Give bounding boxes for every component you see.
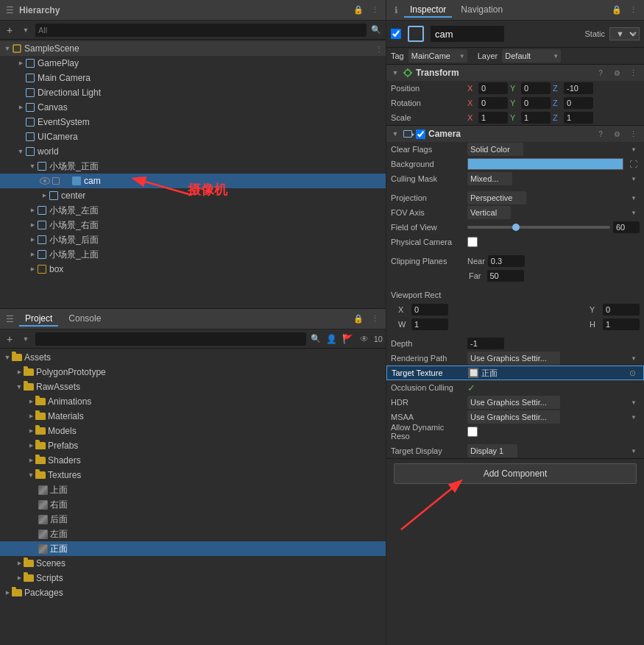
clear-flags-dropdown[interactable]: Solid Color: [467, 143, 523, 156]
arrow-down-icon[interactable]: ▼: [19, 332, 32, 346]
pos-x-input[interactable]: [478, 82, 508, 94]
pick-icon[interactable]: ⛶: [626, 157, 640, 171]
tree-item-xiaochang-top[interactable]: ▼ 小场景_上面: [0, 247, 386, 262]
tree-item-samplescene[interactable]: ▼ SampleScene ⋮: [0, 41, 386, 56]
more-icon[interactable]: ⋮: [626, 66, 640, 79]
more-icon[interactable]: ⋮: [626, 4, 640, 17]
static-dropdown[interactable]: ▼: [609, 27, 640, 40]
scene-menu-icon[interactable]: ⋮: [372, 42, 386, 55]
folder-animations[interactable]: ▼ Animations: [0, 394, 386, 409]
tree-item-world[interactable]: ▼ world: [0, 144, 386, 159]
vp-h-input[interactable]: [603, 318, 640, 330]
projection-dropdown[interactable]: Perspective: [467, 191, 526, 204]
physical-camera-checkbox[interactable]: [467, 237, 478, 247]
texture-left[interactable]: 左面: [0, 527, 386, 541]
background-color-swatch[interactable]: [467, 158, 623, 170]
camera-enabled-checkbox[interactable]: [416, 129, 425, 139]
active-checkbox[interactable]: [391, 29, 401, 39]
folder-prefabs[interactable]: ▼ Prefabs: [0, 438, 386, 453]
more-icon[interactable]: ⋮: [368, 4, 381, 17]
folder-rawassets[interactable]: ▼ RawAssets: [0, 379, 386, 394]
eye-icon[interactable]: 👁: [358, 332, 371, 346]
folder-polygonprototype[interactable]: ▼ PolygonPrototype: [0, 365, 386, 379]
far-input[interactable]: [487, 270, 524, 282]
search-icon[interactable]: 🔍: [369, 24, 383, 37]
more-icon[interactable]: ⋮: [626, 127, 640, 140]
folder-textures[interactable]: ▼ Textures: [0, 468, 386, 482]
search-icon[interactable]: 🔍: [309, 332, 322, 346]
hierarchy-search[interactable]: [35, 24, 367, 37]
folder-packages[interactable]: ▼ Packages: [0, 585, 386, 600]
texture-front[interactable]: 正面: [0, 541, 386, 556]
settings-icon[interactable]: ⚙: [610, 66, 623, 79]
tree-item-xiaochang-left[interactable]: ▼ 小场景_左面: [0, 203, 386, 218]
arrow-down-icon[interactable]: ▼: [19, 24, 32, 37]
folder-scripts[interactable]: ▼ Scripts: [0, 571, 386, 585]
settings-icon[interactable]: ⚙: [610, 127, 623, 140]
add-component-button[interactable]: Add Component: [394, 463, 637, 484]
tag-dropdown[interactable]: MainCame: [408, 49, 467, 63]
tree-item-xiaochang-front[interactable]: ▼ 小场景_正面: [0, 159, 386, 174]
tree-item-gameplay[interactable]: ▼ GamePlay: [0, 56, 386, 71]
pos-z-input[interactable]: [564, 82, 593, 94]
help-icon[interactable]: ?: [594, 66, 607, 79]
rot-y-input[interactable]: [521, 97, 551, 109]
flag-icon[interactable]: 🚩: [342, 332, 355, 346]
near-input[interactable]: [488, 255, 525, 267]
person-icon[interactable]: 👤: [325, 332, 339, 346]
vp-w-input[interactable]: [411, 318, 448, 330]
tree-item-canvas[interactable]: ▼ Canvas: [0, 100, 386, 115]
culling-mask-dropdown[interactable]: Mixed...: [467, 172, 512, 185]
fov-value-input[interactable]: [613, 221, 640, 233]
project-search[interactable]: [35, 332, 306, 346]
scale-x-input[interactable]: [478, 112, 508, 124]
tree-item-center[interactable]: ▼ center: [0, 188, 386, 203]
more-icon[interactable]: ⋮: [368, 313, 381, 326]
target-texture-pick[interactable]: ⊙: [626, 366, 639, 379]
tree-item-eventsystem[interactable]: EventSystem: [0, 115, 386, 129]
tab-navigation[interactable]: Navigation: [455, 3, 509, 18]
folder-models[interactable]: ▼ Models: [0, 424, 386, 438]
tree-item-box[interactable]: ▼ box: [0, 262, 386, 277]
vp-x-input[interactable]: [411, 304, 448, 316]
tree-item-xiaochang-back[interactable]: ▼ 小场景_后面: [0, 232, 386, 247]
tree-item-uicamera[interactable]: UICamera: [0, 129, 386, 144]
add-btn[interactable]: +: [3, 24, 16, 37]
tree-item-maincamera[interactable]: Main Camera: [0, 71, 386, 85]
lock-icon[interactable]: 🔒: [610, 4, 623, 17]
allow-dynamic-checkbox[interactable]: [467, 427, 478, 437]
rendering-path-dropdown[interactable]: Use Graphics Settir...: [467, 352, 560, 365]
tab-project[interactable]: Project: [19, 312, 58, 327]
folder-materials[interactable]: ▼ Materials: [0, 409, 386, 424]
texture-back[interactable]: 后面: [0, 512, 386, 527]
depth-input[interactable]: [467, 338, 504, 349]
vp-y-input[interactable]: [603, 304, 640, 316]
transform-header[interactable]: ▼ Transform ?: [386, 65, 644, 81]
target-display-dropdown[interactable]: Display 1: [467, 444, 517, 457]
rot-z-input[interactable]: [564, 97, 593, 109]
tree-item-directionallight[interactable]: Directional Light: [0, 85, 386, 100]
lock-icon[interactable]: 🔒: [352, 4, 365, 17]
tree-item-cam[interactable]: cam: [0, 174, 386, 188]
folder-assets[interactable]: ▼ Assets: [0, 350, 386, 365]
tab-inspector[interactable]: Inspector: [404, 3, 452, 18]
fov-axis-dropdown[interactable]: Vertical: [467, 206, 511, 219]
folder-scenes[interactable]: ▼ Scenes: [0, 556, 386, 571]
pos-y-input[interactable]: [521, 82, 551, 94]
texture-top[interactable]: 上面: [0, 482, 386, 497]
lock-icon[interactable]: 🔒: [352, 313, 365, 326]
scale-z-input[interactable]: [564, 112, 593, 124]
tree-item-xiaochang-right[interactable]: ▼ 小场景_右面: [0, 218, 386, 232]
obj-name-input[interactable]: [431, 26, 504, 42]
rot-x-input[interactable]: [478, 97, 508, 109]
scale-y-input[interactable]: [521, 112, 551, 124]
folder-shaders[interactable]: ▼ Shaders: [0, 453, 386, 468]
help-icon[interactable]: ?: [594, 127, 607, 140]
msaa-dropdown[interactable]: Use Graphics Settir...: [467, 410, 560, 424]
texture-right[interactable]: 右面: [0, 497, 386, 512]
tab-console[interactable]: Console: [63, 312, 107, 327]
add-btn[interactable]: +: [3, 332, 16, 346]
hdr-dropdown[interactable]: Use Graphics Settir...: [467, 396, 560, 409]
camera-header[interactable]: ▼ Camera ? ⚙ ⋮: [386, 126, 644, 142]
layer-dropdown[interactable]: Default: [502, 49, 561, 63]
